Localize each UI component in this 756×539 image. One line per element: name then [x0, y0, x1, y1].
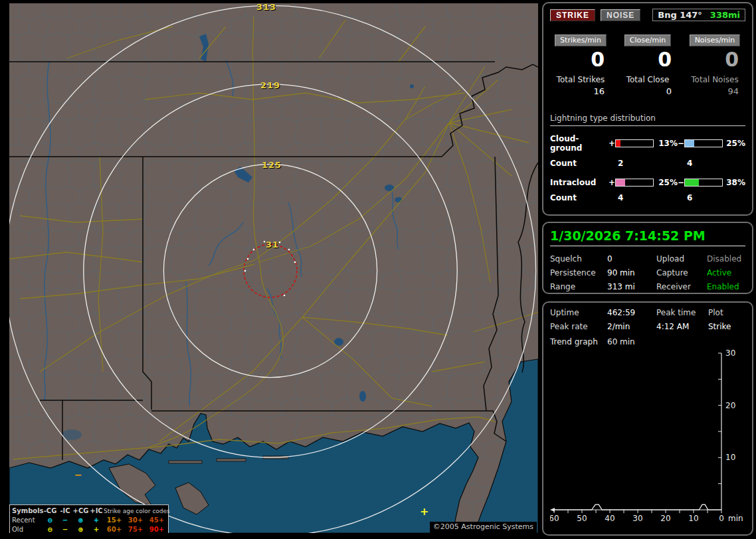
- total-noises-label: Total Noises: [684, 75, 745, 84]
- app-window: { "toolbar": { "strike_label": "STRIKE",…: [0, 0, 756, 539]
- intracloud-label: Intracloud: [550, 178, 609, 187]
- minus-sign: −: [678, 139, 684, 148]
- peak-rate-label: Peak rate: [550, 322, 607, 331]
- close-per-min-chip[interactable]: Close/min: [624, 35, 671, 46]
- cloud-ground-count-row: Count 2 4: [550, 159, 745, 168]
- peak-rate-value: 2/min: [607, 322, 656, 331]
- strike-toggle-button[interactable]: STRIKE: [550, 9, 595, 21]
- trend-graph-window: 60 min: [607, 337, 656, 346]
- total-close-value: 0: [617, 86, 678, 96]
- upload-label: Upload: [656, 254, 707, 264]
- svg-text:30: 30: [725, 349, 735, 358]
- ic-minus-count: 6: [684, 193, 723, 202]
- svg-text:50: 50: [577, 514, 587, 523]
- svg-text:20: 20: [725, 401, 735, 410]
- trend-graph: 6050403020100min102030: [550, 349, 745, 527]
- ic-plus-bar: [615, 179, 654, 187]
- strikes-per-min-value: 0: [550, 48, 611, 71]
- intracloud-count-row: Count 4 6: [550, 193, 745, 202]
- peak-time-value: 4:12 AM: [656, 322, 708, 331]
- range-label: Range: [550, 282, 607, 291]
- ring-label-125: 125: [262, 160, 282, 170]
- cg-minus-bar: [684, 139, 723, 147]
- persistence-label: Persistence: [550, 268, 607, 277]
- uptime-label: Uptime: [550, 308, 607, 317]
- legend-old-label: Old: [12, 525, 43, 533]
- age-75: 75+: [125, 525, 146, 533]
- intracloud-row: Intracloud + 25% − 38%: [550, 178, 745, 187]
- total-noises-value: 94: [684, 86, 745, 96]
- bearing-distance: 338mi: [710, 10, 740, 20]
- cg-plus-pct: 13%: [654, 139, 678, 148]
- persistence-value: 90 min: [607, 268, 656, 277]
- age-30: 30+: [125, 516, 146, 525]
- strike-stats-panel: STRIKE NOISE Bng 147° 338mi Strikes/min …: [542, 2, 753, 216]
- cloud-ground-row: Cloud-ground + 13% − 25%: [550, 134, 745, 153]
- svg-text:min: min: [728, 514, 743, 523]
- status-panel: 1/30/2026 7:14:52 PM Squelch 0 Upload Di…: [542, 222, 753, 294]
- legend-col-neg-cg: -CG: [43, 506, 58, 516]
- age-45: 45+: [146, 516, 167, 525]
- trend-graph-label: Trend graph: [550, 337, 607, 346]
- receiver-label: Receiver: [656, 282, 707, 291]
- total-strikes-value: 16: [550, 86, 611, 96]
- plus-sign: +: [609, 178, 615, 187]
- cg-plus-bar: [615, 139, 654, 147]
- trend-panel: Uptime 462:59 Peak time Plot Peak rate 2…: [542, 301, 753, 536]
- cg-minus-bar-fill: [685, 140, 694, 147]
- total-close-label: Total Close: [617, 75, 678, 84]
- close-per-min-value: 0: [617, 48, 678, 71]
- close-column: Close/min 0 Total Close 0: [617, 35, 678, 96]
- peak-time-header: Peak time: [656, 308, 708, 317]
- pos-ic-old-icon: +: [89, 525, 104, 533]
- svg-text:10: 10: [688, 514, 698, 523]
- bearing-label: Bng 147°: [658, 10, 702, 20]
- cg-plus-count: 2: [615, 159, 654, 168]
- neg-cg-old-icon: ⊖: [43, 525, 58, 533]
- copyright-text: ©2005 Astrogenic Systems: [430, 522, 537, 533]
- legend-symbols-header: Symbols: [12, 506, 43, 516]
- squelch-value: 0: [607, 254, 656, 264]
- total-strikes-label: Total Strikes: [550, 75, 611, 84]
- svg-text:10: 10: [725, 453, 735, 462]
- symbols-legend: Symbols -CG -IC +CG +IC Strike age color…: [9, 504, 169, 533]
- distribution-title: Lightning type distribution: [550, 114, 745, 126]
- legend-col-pos-cg: +CG: [72, 506, 89, 516]
- neg-ic-recent-icon: −: [58, 516, 72, 525]
- datetime-display: 1/30/2026 7:14:52 PM: [550, 228, 745, 246]
- ic-plus-pct: 25%: [654, 178, 678, 187]
- cg-minus-pct: 25%: [723, 139, 745, 148]
- age-90: 90+: [146, 525, 167, 533]
- ring-label-313: 313: [256, 3, 276, 12]
- legend-recent-label: Recent: [12, 516, 43, 525]
- age-60: 60+: [104, 525, 125, 533]
- upload-status: Disabled: [707, 254, 745, 264]
- noise-toggle-button[interactable]: NOISE: [601, 9, 640, 21]
- ring-label-219: 219: [260, 80, 280, 90]
- cg-minus-count: 4: [684, 159, 723, 168]
- minus-sign: −: [678, 178, 684, 187]
- noises-per-min-chip[interactable]: Noises/min: [690, 35, 741, 46]
- strikes-per-min-chip[interactable]: Strikes/min: [555, 35, 607, 46]
- svg-text:40: 40: [605, 514, 614, 523]
- noises-column: Noises/min 0 Total Noises 94: [684, 35, 745, 96]
- neg-ic-old-icon: −: [58, 525, 72, 533]
- ic-plus-bar-fill: [616, 179, 625, 186]
- range-value: 313 mi: [607, 282, 656, 291]
- ic-count-label: Count: [550, 193, 609, 202]
- svg-text:20: 20: [660, 514, 670, 523]
- pos-ic-recent-icon: +: [89, 516, 104, 525]
- receiver-status: Enabled: [707, 282, 745, 291]
- pos-cg-recent-icon: ⊕: [72, 516, 89, 525]
- age-15: 15+: [104, 516, 125, 525]
- svg-text:0: 0: [719, 514, 724, 523]
- legend-col-neg-ic: -IC: [58, 506, 72, 516]
- cg-count-label: Count: [550, 159, 609, 168]
- plus-sign: +: [609, 139, 615, 148]
- noises-per-min-value: 0: [684, 48, 745, 71]
- capture-label: Capture: [656, 268, 707, 277]
- uptime-value: 462:59: [607, 308, 656, 317]
- lightning-map[interactable]: 313 219 125 31 + − Symbols -CG -IC +CG +…: [9, 3, 538, 533]
- strikes-column: Strikes/min 0 Total Strikes 16: [550, 35, 611, 96]
- neg-cg-recent-icon: ⊖: [43, 516, 58, 525]
